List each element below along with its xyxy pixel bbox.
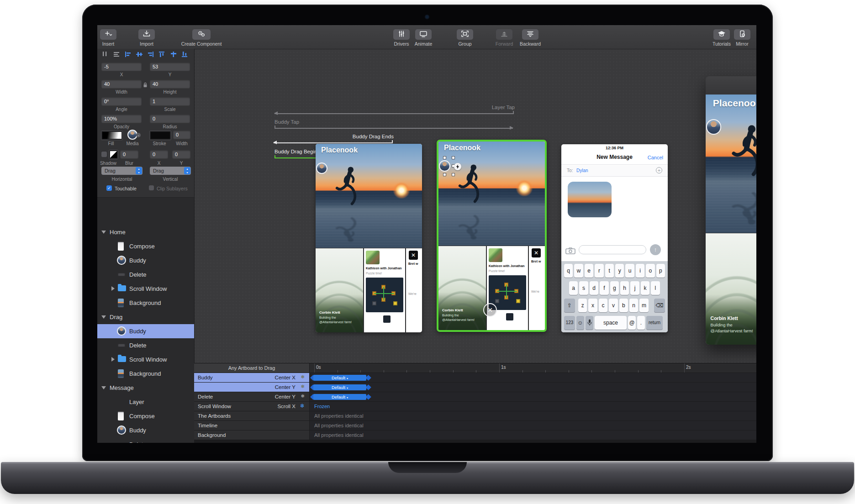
freeze-icon[interactable]: ❄ (301, 384, 305, 389)
key-r[interactable]: r (595, 264, 603, 278)
to-value[interactable]: Dylan (576, 168, 588, 173)
selection-handle[interactable] (452, 156, 455, 159)
import-button[interactable] (138, 29, 155, 40)
y-field[interactable]: 53 (150, 63, 190, 71)
timeline-row-lane[interactable]: Default▾ (310, 392, 756, 401)
scale-field[interactable]: 1 (150, 97, 190, 105)
layer-item-background[interactable]: Background (97, 367, 194, 381)
select-stepper-icon[interactable]: ▴▾ (136, 167, 142, 174)
layer-item-scroll-window[interactable]: Scroll Window (97, 352, 194, 367)
key-123[interactable]: 123 (564, 316, 575, 330)
align-text-icon[interactable] (112, 51, 121, 58)
shadow-swatch[interactable] (109, 150, 118, 159)
align-vertical-center-icon[interactable] (135, 51, 143, 58)
stroke-width-field[interactable]: 0 (173, 131, 190, 139)
key-a[interactable]: a (569, 281, 578, 295)
shadow-y-field[interactable]: 0 (172, 150, 190, 158)
timeline-row-lane[interactable]: Frozen (310, 402, 756, 411)
timeline-row-lane[interactable]: Default▾ (310, 373, 756, 382)
shadow-checkbox[interactable] (101, 152, 107, 157)
opacity-field[interactable]: 100% (101, 115, 142, 123)
x-field[interactable]: -5 (101, 63, 142, 71)
timeline-row-lane[interactable]: Default▾ (310, 383, 756, 392)
key-o[interactable]: o (646, 264, 654, 278)
layer-item-compose[interactable]: Compose (97, 409, 194, 423)
layer-item-compose[interactable]: Compose (97, 239, 194, 253)
layer-item-delete[interactable]: Delete (97, 338, 194, 352)
annotation-label-buddy-drag-ends[interactable]: Buddy Drag Ends (353, 134, 394, 139)
key-g[interactable]: g (610, 281, 619, 295)
animation-pill[interactable]: Default▾ (313, 394, 366, 400)
key-z[interactable]: z (578, 299, 587, 312)
drag-horizontal-select[interactable]: Drag▴▾ (101, 167, 142, 175)
driver-bolt-badge[interactable] (454, 163, 461, 170)
shadow-x-field[interactable]: 0 (150, 150, 168, 158)
cancel-button[interactable]: Cancel (648, 155, 663, 160)
keyframe-diamond[interactable] (365, 375, 371, 381)
disclosure-down-icon[interactable] (101, 386, 106, 389)
key-q[interactable]: q (564, 264, 573, 278)
key-u[interactable]: u (625, 264, 634, 278)
align-horizontal-center-icon[interactable] (169, 51, 178, 58)
layer-item-delete[interactable]: Delete (97, 437, 194, 443)
freeze-icon[interactable]: ❄ (300, 403, 305, 409)
stroke-swatch[interactable] (150, 131, 171, 140)
drag-vertical-select[interactable]: Drag▴▾ (150, 167, 191, 175)
layer-item-scroll-window[interactable]: Scroll Window (97, 282, 194, 296)
send-button[interactable]: ↑ (650, 244, 661, 255)
key-h[interactable]: h (620, 281, 629, 295)
key-m[interactable]: m (639, 299, 648, 312)
key-return[interactable]: return (646, 316, 663, 330)
selection-handle[interactable] (452, 173, 455, 176)
key-k[interactable]: k (641, 281, 649, 295)
selection-handle[interactable] (443, 173, 446, 176)
artboard-message[interactable]: 12:36 PMNew MessageCancelTo:Dylan+↑qwert… (561, 144, 668, 332)
timeline-row-lane[interactable]: All properties identical (310, 430, 756, 440)
timeline-row-left[interactable]: BuddyCenter X❄ (194, 373, 309, 382)
disclosure-down-icon[interactable] (101, 231, 106, 234)
create-component-button[interactable] (192, 29, 211, 40)
key-b[interactable]: b (619, 299, 628, 312)
layer-group-drag[interactable]: Drag (97, 310, 194, 324)
angle-field[interactable]: 0° (101, 97, 142, 105)
key-s[interactable]: s (579, 281, 588, 295)
freeze-icon[interactable]: ❄ (301, 394, 305, 399)
annotation-label-buddy-tap[interactable]: Buddy Tap (274, 119, 299, 125)
timeline-ruler[interactable]: 0s1s2s (310, 363, 756, 373)
layer-item-layer[interactable]: Layer (97, 395, 194, 409)
timeline-row-lane[interactable]: All properties identical (310, 421, 756, 430)
animation-pill[interactable]: Default▾ (313, 375, 366, 381)
timeline-row-left[interactable]: The Artboards (194, 411, 309, 420)
key-y[interactable]: y (615, 264, 624, 278)
align-right-icon[interactable] (147, 51, 155, 58)
timeline-row-left[interactable]: Scroll WindowScroll X❄ (194, 402, 309, 411)
key-space[interactable]: space (595, 316, 627, 330)
key-@[interactable]: @ (628, 316, 636, 330)
blur-field[interactable]: 0 (120, 150, 138, 158)
timeline-row-left[interactable]: Center Y❄ (194, 383, 309, 392)
layer-item-buddy[interactable]: Buddy (97, 423, 194, 437)
selection-handle[interactable] (443, 156, 446, 159)
clip-sublayers-checkbox[interactable] (149, 185, 154, 190)
disclosure-right-icon[interactable] (111, 286, 115, 291)
select-stepper-icon[interactable]: ▴▾ (184, 167, 190, 174)
key-mic[interactable] (586, 316, 593, 330)
artboard-home[interactable]: PlacenookCorbin KlettBuilding the@Atlant… (316, 144, 422, 332)
layer-item-delete[interactable]: Delete (97, 268, 194, 282)
key-j[interactable]: j (630, 281, 639, 295)
key-☺[interactable]: ☺ (576, 316, 584, 330)
key-i[interactable]: i (636, 264, 644, 278)
key-n[interactable]: n (629, 299, 638, 312)
width-field[interactable]: 40 (101, 80, 142, 88)
disclosure-down-icon[interactable] (101, 315, 106, 319)
key-l[interactable]: l (651, 281, 660, 295)
layer-group-home[interactable]: Home (97, 225, 194, 239)
freeze-icon[interactable]: ❄ (301, 374, 305, 379)
distribute-horizontal-icon[interactable] (101, 51, 109, 58)
backward-button[interactable] (522, 29, 538, 40)
insert-button[interactable] (100, 29, 116, 40)
camera-icon[interactable] (565, 247, 575, 254)
key-v[interactable]: v (609, 299, 618, 312)
radius-field[interactable]: 0 (150, 115, 190, 123)
key-x[interactable]: x (588, 299, 597, 312)
